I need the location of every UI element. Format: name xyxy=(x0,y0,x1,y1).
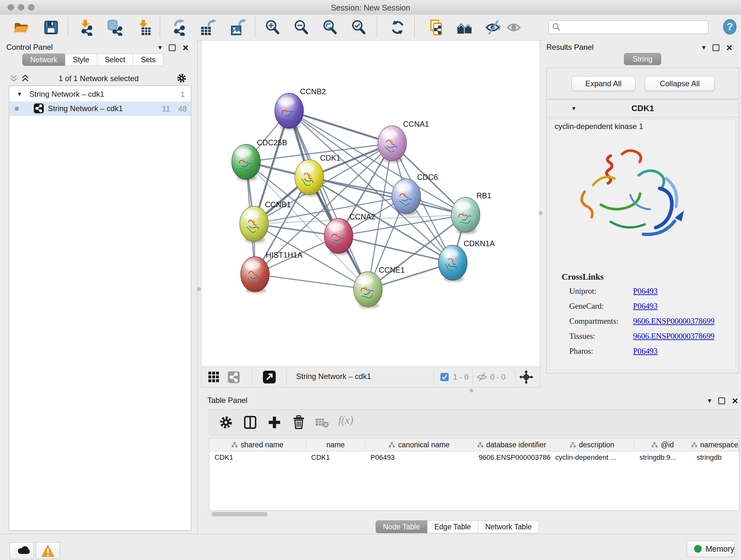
crosslink-row: Pharos:P06493 xyxy=(569,347,593,356)
left-splitter-handle[interactable] xyxy=(197,287,201,291)
column-header-description[interactable]: description xyxy=(550,438,634,451)
network-node-ccnb2[interactable]: CCNB2 xyxy=(275,87,326,130)
show-graphics-icon[interactable] xyxy=(506,19,523,36)
show-columns-icon[interactable] xyxy=(243,415,258,430)
network-node-ccnb1[interactable]: CCNB1 xyxy=(240,200,291,243)
export-table-icon[interactable] xyxy=(200,19,216,36)
tab-sets[interactable]: Sets xyxy=(133,54,163,66)
collection-expand-icon[interactable]: ▾ xyxy=(18,90,21,98)
memory-button[interactable]: Memory xyxy=(687,541,735,557)
tab-node-table[interactable]: Node Table xyxy=(376,520,427,533)
panel-menu-icon[interactable]: ▾ xyxy=(158,44,162,51)
warning-button[interactable] xyxy=(36,543,60,559)
import-database-icon[interactable] xyxy=(106,19,123,36)
network-edge[interactable] xyxy=(339,236,453,263)
network-node-hist1h1a[interactable]: HIST1H1A xyxy=(241,251,302,294)
zoom-selected-icon[interactable] xyxy=(350,19,367,36)
table-cell: 9606.ENSP00000378699 xyxy=(474,451,550,463)
help-button[interactable]: ? xyxy=(722,19,738,35)
crosslink-link[interactable]: P06493 xyxy=(633,287,657,296)
attribute-tree-icon xyxy=(232,442,238,448)
node-label: CDK1 xyxy=(320,153,340,162)
node-label: CCNB1 xyxy=(265,200,291,209)
column-header--id[interactable]: @id xyxy=(634,438,691,451)
birdseye-grid-icon[interactable] xyxy=(208,371,219,383)
float-panel-icon[interactable] xyxy=(169,44,176,51)
network-row[interactable]: String Network – cdk1 11 48 xyxy=(10,102,191,116)
cloud-button[interactable] xyxy=(10,543,34,559)
crosslink-link[interactable]: 9606.ENSP00000378699 xyxy=(633,317,715,326)
panel-menu-icon[interactable]: ▾ xyxy=(702,44,705,51)
collapse-all-button[interactable]: Collapse All xyxy=(645,76,715,91)
network-node-cdc25b[interactable]: CDC25B xyxy=(232,138,287,181)
panel-menu-icon[interactable]: ▾ xyxy=(708,397,711,404)
network-canvas[interactable]: CCNB2CCNA1CDC25BCDK1CDC6RB1CCNB1CCNA2CDK… xyxy=(201,40,540,367)
import-network-icon[interactable] xyxy=(77,19,94,36)
zoom-fit-icon[interactable] xyxy=(322,19,338,36)
zoom-in-icon[interactable] xyxy=(264,19,281,36)
network-node-rb1[interactable]: RB1 xyxy=(451,191,491,234)
delete-table-icon[interactable] xyxy=(315,417,329,428)
right-splitter-handle[interactable] xyxy=(539,211,542,215)
column-header-shared-name[interactable]: shared name xyxy=(209,438,306,451)
delete-column-icon[interactable] xyxy=(291,415,307,430)
table-row[interactable]: CDK1CDK1P064939606.ENSP00000378699cyclin… xyxy=(209,451,739,463)
close-panel-icon[interactable]: × xyxy=(183,44,189,51)
close-panel-icon[interactable]: × xyxy=(726,44,732,51)
network-node-ccne1[interactable]: CCNE1 xyxy=(354,266,405,308)
function-builder-button[interactable]: f(x) xyxy=(338,414,353,426)
tab-network[interactable]: Network xyxy=(22,54,65,66)
add-column-icon[interactable] xyxy=(267,415,282,430)
network-node-cdkn1a[interactable]: CDKN1A xyxy=(439,239,495,282)
network-collection-row[interactable]: ▾ String Network – cdk1 1 xyxy=(10,87,191,102)
tab-style[interactable]: Style xyxy=(65,54,97,66)
hidden-eye-icon[interactable] xyxy=(476,372,487,382)
table-cell: P06493 xyxy=(365,451,474,463)
hide-graphics-icon[interactable] xyxy=(485,19,502,36)
crosslink-link[interactable]: P06493 xyxy=(633,302,657,311)
table-settings-gear-icon[interactable] xyxy=(218,415,233,430)
search-input[interactable] xyxy=(562,22,704,32)
refresh-icon[interactable] xyxy=(389,19,406,36)
string-view-icon[interactable] xyxy=(228,371,240,383)
crosslink-link[interactable]: 9606.ENSP00000378699 xyxy=(633,332,715,341)
open-view-window-icon[interactable] xyxy=(263,371,276,383)
zoom-out-icon[interactable] xyxy=(293,19,310,36)
fit-content-crosshair-icon[interactable] xyxy=(519,370,533,384)
network-edge[interactable] xyxy=(289,111,392,143)
main-toolbar: ? xyxy=(0,15,741,41)
open-session-icon[interactable] xyxy=(13,19,29,36)
column-header-canonical-name[interactable]: canonical name xyxy=(365,438,474,451)
tab-network-table[interactable]: Network Table xyxy=(478,520,539,533)
network-edge[interactable] xyxy=(289,111,368,289)
network-options-gear-icon[interactable] xyxy=(176,73,187,84)
network-node-ccna1[interactable]: CCNA1 xyxy=(378,120,429,163)
save-session-icon[interactable] xyxy=(43,19,59,36)
network-selection-row: 1 of 1 Network selected xyxy=(0,72,197,85)
tab-select[interactable]: Select xyxy=(97,54,133,66)
float-panel-icon[interactable] xyxy=(718,397,725,404)
first-neighbors-icon[interactable] xyxy=(429,19,446,36)
selected-checkbox[interactable] xyxy=(441,373,449,381)
network-tree: ▾ String Network – cdk1 1 String Network… xyxy=(9,85,191,531)
network-edge[interactable] xyxy=(255,274,368,289)
column-header-database-identifier[interactable]: database identifier xyxy=(474,438,550,451)
scrollbar-thumb[interactable] xyxy=(212,512,267,516)
export-network-icon[interactable] xyxy=(171,19,187,36)
column-header-label: shared name xyxy=(241,441,283,449)
close-panel-icon[interactable]: × xyxy=(732,397,738,404)
column-header-namespace[interactable]: namespace xyxy=(691,438,738,451)
bottom-splitter-handle[interactable] xyxy=(470,389,473,392)
column-header-name[interactable]: name xyxy=(306,438,365,451)
tab-edge-table[interactable]: Edge Table xyxy=(427,520,478,533)
export-image-icon[interactable] xyxy=(230,19,246,36)
gene-section-header[interactable]: ▾ CDK1 xyxy=(547,100,739,118)
import-table-icon[interactable] xyxy=(135,19,152,36)
home-icon[interactable] xyxy=(456,19,473,36)
expand-all-button[interactable]: Expand All xyxy=(571,76,635,91)
tab-string[interactable]: String xyxy=(624,53,661,65)
control-panel-tabs: NetworkStyleSelectSets xyxy=(22,54,163,66)
crosslink-link[interactable]: P06493 xyxy=(633,347,657,356)
float-panel-icon[interactable] xyxy=(713,44,719,51)
network-node-cdk1[interactable]: CDK1 xyxy=(295,153,340,196)
